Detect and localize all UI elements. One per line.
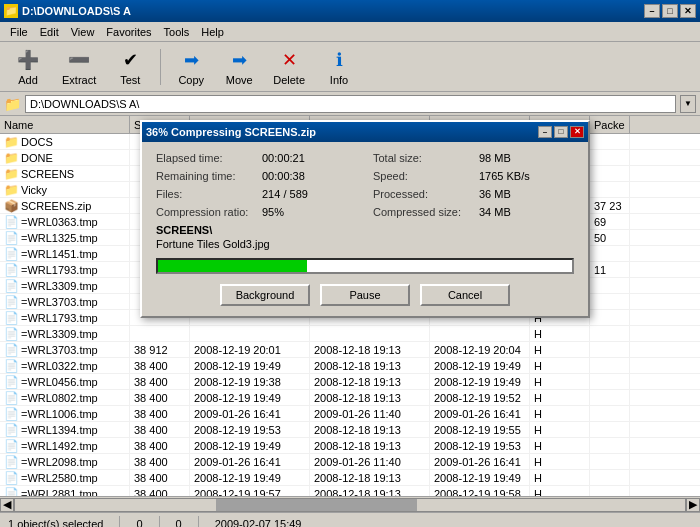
background-button[interactable]: Background — [220, 284, 310, 306]
files-label: Files: — [156, 188, 256, 200]
modal-title-bar: 36% Compressing SCREENS.zip – □ ✕ — [142, 122, 588, 142]
modal-row-3: Files: 214 / 589 Processed: 36 MB — [156, 188, 574, 200]
compression-label: Compression ratio: — [156, 206, 256, 218]
pause-button[interactable]: Pause — [320, 284, 410, 306]
progress-container — [156, 258, 574, 274]
modal-row-2: Remaining time: 00:00:38 Speed: 1765 KB/… — [156, 170, 574, 182]
total-size-col: Total size: 98 MB — [373, 152, 574, 164]
speed-value: 1765 KB/s — [479, 170, 530, 182]
files-value: 214 / 589 — [262, 188, 308, 200]
progress-bar — [158, 260, 307, 272]
speed-col: Speed: 1765 KB/s — [373, 170, 574, 182]
compression-col: Compression ratio: 95% — [156, 206, 357, 218]
modal-overlay: 36% Compressing SCREENS.zip – □ ✕ Elapse… — [0, 0, 700, 527]
remaining-col: Remaining time: 00:00:38 — [156, 170, 357, 182]
elapsed-col: Elapsed time: 00:00:21 — [156, 152, 357, 164]
modal-title: 36% Compressing SCREENS.zip — [146, 126, 316, 138]
compression-value: 95% — [262, 206, 284, 218]
compress-dialog: 36% Compressing SCREENS.zip – □ ✕ Elapse… — [140, 120, 590, 318]
processed-label: Processed: — [373, 188, 473, 200]
processed-value: 36 MB — [479, 188, 511, 200]
modal-content: Elapsed time: 00:00:21 Total size: 98 MB… — [142, 142, 588, 316]
compressed-col: Compressed size: 34 MB — [373, 206, 574, 218]
cancel-button[interactable]: Cancel — [420, 284, 510, 306]
compressed-value: 34 MB — [479, 206, 511, 218]
modal-row-4: Compression ratio: 95% Compressed size: … — [156, 206, 574, 218]
files-col: Files: 214 / 589 — [156, 188, 357, 200]
modal-row-1: Elapsed time: 00:00:21 Total size: 98 MB — [156, 152, 574, 164]
modal-close-btn[interactable]: ✕ — [570, 126, 584, 138]
modal-title-buttons: – □ ✕ — [538, 126, 584, 138]
elapsed-label: Elapsed time: — [156, 152, 256, 164]
processed-col: Processed: 36 MB — [373, 188, 574, 200]
elapsed-value: 00:00:21 — [262, 152, 305, 164]
compressed-label: Compressed size: — [373, 206, 473, 218]
modal-filename: Fortune Tiles Gold3.jpg — [156, 238, 574, 250]
modal-minimize-btn[interactable]: – — [538, 126, 552, 138]
modal-buttons: Background Pause Cancel — [156, 284, 574, 306]
remaining-value: 00:00:38 — [262, 170, 305, 182]
remaining-label: Remaining time: — [156, 170, 256, 182]
modal-maximize-btn[interactable]: □ — [554, 126, 568, 138]
speed-label: Speed: — [373, 170, 473, 182]
modal-folder-label: SCREENS\ — [156, 224, 574, 236]
total-size-value: 98 MB — [479, 152, 511, 164]
total-size-label: Total size: — [373, 152, 473, 164]
